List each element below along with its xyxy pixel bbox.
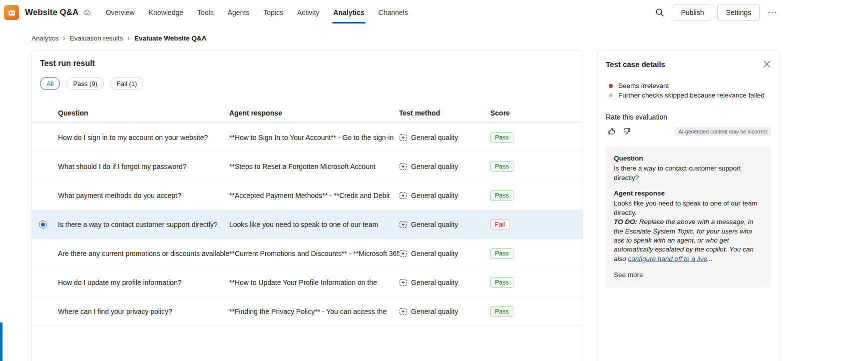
status-label: Seems irrelevant bbox=[618, 82, 669, 90]
status-item-irrelevant: Seems irrelevant bbox=[609, 82, 771, 90]
breadcrumb-current-page: Evaluate Website Q&A bbox=[134, 34, 207, 42]
test-case-detail-card: Question Is there a way to contact custo… bbox=[606, 147, 771, 288]
top-nav: Overview Knowledge Tools Agents Topics A… bbox=[98, 0, 415, 25]
test-method-icon bbox=[399, 192, 407, 200]
test-method-label: General quality bbox=[411, 308, 458, 316]
agent-response-text: Looks like you need to speak to one of o… bbox=[614, 199, 763, 218]
breadcrumb: Analytics › Evaluation results › Evaluat… bbox=[31, 34, 206, 42]
status-gray-dot-icon bbox=[609, 94, 613, 98]
row-response: **Accepted Payment Methods** - **Credit … bbox=[229, 192, 399, 200]
details-title: Test case details bbox=[606, 60, 665, 68]
test-method-icon bbox=[399, 250, 407, 258]
column-score: Score bbox=[490, 109, 583, 117]
see-more-link[interactable]: See more bbox=[614, 270, 763, 280]
table-header: Question Agent response Test method Scor… bbox=[32, 103, 583, 123]
row-response: **Finding the Privacy Policy** - You can… bbox=[229, 308, 399, 316]
row-radio-selected[interactable] bbox=[39, 220, 47, 228]
row-response: **Steps to Reset a Forgotten Microsoft A… bbox=[229, 162, 399, 170]
row-response: Looks like you need to speak to one of o… bbox=[229, 220, 399, 228]
nav-tools[interactable]: Tools bbox=[190, 0, 221, 25]
chevron-right-icon: › bbox=[127, 34, 130, 42]
score-badge: Pass bbox=[490, 248, 513, 259]
row-question: How do I update my profile information? bbox=[58, 278, 229, 286]
test-method-icon bbox=[399, 308, 407, 316]
row-response: **How to Sign In to Your Account** - Go … bbox=[229, 134, 399, 142]
score-badge: Pass bbox=[490, 190, 513, 201]
column-agent-response: Agent response bbox=[229, 109, 399, 117]
test-run-title: Test run result bbox=[40, 59, 583, 68]
table-row[interactable]: Are there any current promotions or disc… bbox=[32, 239, 583, 268]
table-row[interactable]: What should I do if I forgot my password… bbox=[32, 152, 583, 181]
todo-ellipsis: ... bbox=[707, 255, 713, 262]
todo-label: TO DO: bbox=[614, 218, 637, 226]
test-method-icon bbox=[399, 278, 407, 286]
todo-block: TO DO: Replace the above with a message,… bbox=[614, 218, 763, 264]
ai-disclaimer-badge: AI-generated content may be incorrect bbox=[675, 127, 771, 136]
table-row[interactable]: Where can I find your privacy policy? **… bbox=[32, 297, 583, 326]
row-question: What should I do if I forgot my password… bbox=[58, 162, 229, 170]
table-row[interactable]: Is there a way to contact customer suppo… bbox=[32, 210, 583, 239]
score-badge: Pass bbox=[490, 161, 513, 172]
table-row[interactable]: How do I sign in to my account on your w… bbox=[32, 123, 583, 152]
score-badge: Pass bbox=[490, 277, 513, 288]
agent-response-label: Agent response bbox=[614, 189, 763, 198]
test-method-label: General quality bbox=[411, 134, 458, 142]
app-logo-icon bbox=[4, 5, 19, 20]
filter-all[interactable]: All bbox=[40, 77, 60, 90]
breadcrumb-analytics[interactable]: Analytics bbox=[31, 34, 58, 42]
test-method-label: General quality bbox=[411, 192, 458, 200]
page-title: Website Q&A bbox=[25, 8, 78, 18]
nav-analytics[interactable]: Analytics bbox=[326, 0, 371, 25]
table-row[interactable]: What payment methods do you accept? **Ac… bbox=[32, 181, 583, 210]
score-badge: Fail bbox=[490, 219, 509, 230]
test-method-label: General quality bbox=[411, 250, 458, 258]
score-badge: Pass bbox=[490, 132, 513, 143]
settings-button[interactable]: Settings bbox=[717, 4, 760, 20]
rate-row: AI-generated content may be incorrect bbox=[605, 126, 771, 137]
chevron-right-icon: › bbox=[63, 34, 65, 42]
test-case-details-panel: Test case details Seems irrelevant Furth… bbox=[597, 50, 780, 361]
nav-overview[interactable]: Overview bbox=[98, 0, 141, 25]
table-row[interactable]: How do I update my profile information? … bbox=[32, 268, 583, 297]
column-test-method: Test method bbox=[399, 109, 490, 117]
rate-evaluation-label: Rate this evaluation bbox=[606, 113, 771, 121]
thumbs-up-icon[interactable] bbox=[605, 126, 619, 137]
nav-knowledge[interactable]: Knowledge bbox=[142, 0, 190, 25]
top-bar-actions: Publish Settings ··· bbox=[652, 4, 781, 20]
top-bar: Website Q&A Overview Knowledge Tools Age… bbox=[0, 0, 868, 25]
test-method-label: General quality bbox=[411, 220, 458, 228]
row-question: How do I sign in to my account on your w… bbox=[58, 134, 229, 142]
nav-agents[interactable]: Agents bbox=[221, 0, 257, 25]
close-icon[interactable] bbox=[760, 58, 773, 70]
row-question: What payment methods do you accept? bbox=[58, 192, 229, 200]
row-question: Is there a way to contact customer suppo… bbox=[58, 220, 229, 228]
test-method-label: General quality bbox=[411, 162, 458, 170]
column-question: Question bbox=[58, 109, 229, 117]
row-question: Are there any current promotions or disc… bbox=[58, 250, 229, 258]
more-options-icon[interactable]: ··· bbox=[765, 8, 780, 17]
test-run-result-card: Test run result All Pass (9) Fail (1) Qu… bbox=[31, 50, 583, 361]
breadcrumb-evaluation-results[interactable]: Evaluation results bbox=[70, 34, 123, 42]
row-response: **How to Update Your Profile Information… bbox=[229, 278, 399, 286]
test-method-icon bbox=[399, 134, 407, 142]
filter-fail[interactable]: Fail (1) bbox=[110, 77, 143, 90]
publish-button[interactable]: Publish bbox=[673, 4, 713, 20]
test-method-label: General quality bbox=[411, 278, 458, 286]
status-item-skipped: Further checks skipped because relevance… bbox=[609, 91, 771, 100]
test-table-body: How do I sign in to my account on your w… bbox=[32, 123, 583, 326]
evaluation-status-list: Seems irrelevant Further checks skipped … bbox=[609, 82, 771, 100]
nav-channels[interactable]: Channels bbox=[372, 0, 415, 25]
nav-activity[interactable]: Activity bbox=[290, 0, 326, 25]
configure-handoff-link[interactable]: configure hand off to a live bbox=[628, 255, 707, 262]
autosave-status-icon bbox=[83, 8, 91, 17]
filter-pass[interactable]: Pass (9) bbox=[66, 77, 103, 90]
thumbs-down-icon[interactable] bbox=[619, 126, 634, 137]
nav-topics[interactable]: Topics bbox=[256, 0, 290, 25]
search-icon[interactable] bbox=[652, 4, 668, 20]
window-edge-artifact bbox=[0, 322, 2, 361]
status-label: Further checks skipped because relevance… bbox=[618, 91, 765, 100]
question-label: Question bbox=[614, 154, 763, 163]
row-response: **Current Promotions and Discounts** - *… bbox=[229, 250, 399, 258]
row-question: Where can I find your privacy policy? bbox=[58, 308, 229, 316]
score-badge: Pass bbox=[490, 306, 513, 317]
